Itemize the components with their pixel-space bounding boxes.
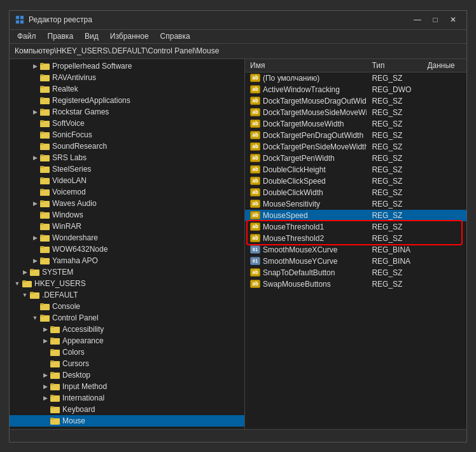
value-data: [422, 141, 466, 153]
svg-rect-22: [40, 154, 44, 156]
table-row[interactable]: abMouseThreshold2REG_SZ: [245, 233, 466, 244]
value-data: [422, 244, 466, 256]
table-row[interactable]: abDockTargetPenSideMoveWidthREG_SZ: [245, 141, 466, 153]
svg-rect-38: [40, 246, 44, 248]
svg-rect-44: [22, 280, 26, 282]
tree-item-propellerhead[interactable]: ▶ Propellerhead Software: [10, 60, 244, 72]
tree-item-srslabs[interactable]: ▶ SRS Labs: [10, 152, 244, 163]
tree-item-mouse[interactable]: Mouse: [10, 415, 244, 427]
tree-item-system[interactable]: ▶ SYSTEM: [10, 266, 244, 278]
tree-item-soundresearch[interactable]: SoundResearch: [10, 140, 244, 152]
table-row[interactable]: abDoubleClickHeightREG_SZ: [245, 164, 466, 175]
tree-item-videolan[interactable]: VideoLAN: [10, 175, 244, 186]
tree-item-desktop[interactable]: ▶ Desktop: [10, 369, 244, 381]
folder-icon-windows: [40, 210, 50, 219]
tree-pane[interactable]: ▶ Propellerhead Software RAVAntivirus: [10, 59, 245, 429]
table-row[interactable]: 01SmoothMouseYCurveREG_BINA: [245, 256, 466, 267]
table-row[interactable]: abDockTargetPenWidthREG_SZ: [245, 153, 466, 164]
tree-item-registeredapps[interactable]: RegisteredApplications: [10, 95, 244, 106]
value-type: REG_SZ: [367, 267, 422, 278]
value-data: [422, 187, 466, 198]
svg-rect-24: [40, 166, 44, 168]
tree-label-wondershare: Wondershare: [52, 233, 98, 242]
menu-view[interactable]: Вид: [80, 31, 104, 42]
tree-item-wow6432node[interactable]: WOW6432Node: [10, 243, 244, 255]
table-row[interactable]: abActiveWindowTrackingREG_DWO: [245, 84, 466, 95]
menu-edit[interactable]: Правка: [43, 31, 79, 42]
address-path: Компьютер\HKEY_USERS\.DEFAULT\Control Pa…: [15, 46, 219, 55]
menu-help[interactable]: Справка: [155, 31, 195, 42]
svg-rect-60: [50, 372, 54, 374]
value-name: DoubleClickHeight: [263, 165, 326, 174]
bin-icon: 01: [250, 245, 260, 254]
table-row[interactable]: abMouseSensitivityREG_SZ: [245, 198, 466, 210]
tree-item-international[interactable]: ▶ International: [10, 392, 244, 404]
maximize-button[interactable]: □: [427, 13, 444, 26]
svg-rect-48: [40, 303, 44, 305]
tree-item-voicemod[interactable]: Voicemod: [10, 186, 244, 198]
svg-rect-26: [40, 177, 44, 179]
tree-arrow-wavesaudio: ▶: [30, 198, 40, 209]
tree-item-wondershare[interactable]: ▶ Wondershare: [10, 232, 244, 243]
tree-label-videolan: VideoLAN: [52, 176, 87, 185]
tree-item-windows[interactable]: Windows: [10, 209, 244, 221]
value-type: REG_SZ: [367, 72, 422, 84]
table-row[interactable]: abDockTargetMouseDragOutWidthREG_SZ: [245, 95, 466, 107]
table-row[interactable]: abMouseThreshold1REG_SZ: [245, 221, 466, 233]
table-row[interactable]: abDockTargetMouseSideMoveWidthREG_SZ: [245, 107, 466, 118]
tree-item-hkey-users[interactable]: ▼ HKEY_USERS: [10, 278, 244, 289]
table-row[interactable]: 01SmoothMouseXCurveREG_BINA: [245, 244, 466, 256]
tree-item-wavesaudio[interactable]: ▶ Waves Audio: [10, 198, 244, 209]
ab-icon: ab: [250, 188, 260, 196]
tree-arrow-hkey-users: ▼: [12, 278, 22, 289]
tree-item-appearance[interactable]: ▶ Appearance: [10, 335, 244, 346]
tree-item-ravantivirus[interactable]: RAVAntivirus: [10, 72, 244, 83]
table-row[interactable]: abDockTargetPenDragOutWidthREG_SZ: [245, 130, 466, 141]
value-type: REG_SZ: [367, 107, 422, 118]
value-data: [422, 198, 466, 210]
value-type: REG_SZ: [367, 210, 422, 221]
tree-item-yamahaapo[interactable]: ▶ Yamaha APO: [10, 255, 244, 266]
value-type: REG_SZ: [367, 164, 422, 175]
table-row[interactable]: abMouseSpeedREG_SZ: [245, 210, 466, 221]
table-row[interactable]: abDoubleClickWidthREG_SZ: [245, 187, 466, 198]
tree-item-realtek[interactable]: Realtek: [10, 83, 244, 95]
tree-item-rockstar[interactable]: ▶ Rockstar Games: [10, 106, 244, 118]
tree-arrow-international: ▶: [40, 393, 50, 403]
value-data: [422, 84, 466, 95]
table-row[interactable]: abDockTargetMouseWidthREG_SZ: [245, 118, 466, 130]
tree-item-console[interactable]: Console: [10, 301, 244, 312]
svg-rect-56: [50, 349, 54, 351]
table-row[interactable]: ab(По умолчанию)REG_SZ: [245, 72, 466, 84]
tree-item-cursors[interactable]: Cursors: [10, 358, 244, 369]
table-row[interactable]: abDoubleClickSpeedREG_SZ: [245, 175, 466, 187]
value-name: SmoothMouseXCurve: [263, 245, 337, 254]
tree-item-sonicfocus[interactable]: SonicFocus: [10, 129, 244, 140]
tree-item-winrar[interactable]: WinRAR: [10, 221, 244, 232]
tree-item-colors[interactable]: Colors: [10, 346, 244, 358]
value-data: [422, 267, 466, 278]
tree-item-steelseries[interactable]: SteelSeries: [10, 163, 244, 175]
menu-file[interactable]: Файл: [12, 31, 41, 42]
tree-item-keyboard[interactable]: Keyboard: [10, 404, 244, 415]
table-row[interactable]: abSnapToDefaultButtonREG_SZ: [245, 267, 466, 278]
tree-item-inputmethod[interactable]: ▶ Input Method: [10, 381, 244, 392]
close-button[interactable]: ✕: [445, 13, 461, 26]
tree-label-default: .DEFAULT: [42, 291, 78, 299]
value-row-name: abDockTargetMouseSideMoveWidth: [250, 108, 361, 117]
svg-rect-62: [50, 383, 54, 385]
tree-item-default[interactable]: ▼ .DEFAULT: [10, 289, 244, 301]
tree-item-accessibility[interactable]: ▶ Accessibility: [10, 324, 244, 335]
value-row-name: 01SmoothMouseYCurve: [250, 257, 361, 266]
col-header-name: Имя: [245, 59, 367, 72]
menu-favorites[interactable]: Избранное: [105, 31, 154, 42]
tree-item-controlpanel[interactable]: ▼ Control Panel: [10, 312, 244, 324]
table-row[interactable]: abSwapMouseButtonsREG_SZ: [245, 278, 466, 290]
value-row-name: abSnapToDefaultButton: [250, 268, 361, 277]
tree-item-softvoice[interactable]: SoftVoice: [10, 118, 244, 129]
tree-label-international: International: [62, 394, 104, 402]
value-name: DoubleClickWidth: [263, 188, 323, 197]
minimize-button[interactable]: —: [409, 13, 426, 26]
value-type: REG_SZ: [367, 153, 422, 164]
window-controls: — □ ✕: [409, 13, 461, 26]
